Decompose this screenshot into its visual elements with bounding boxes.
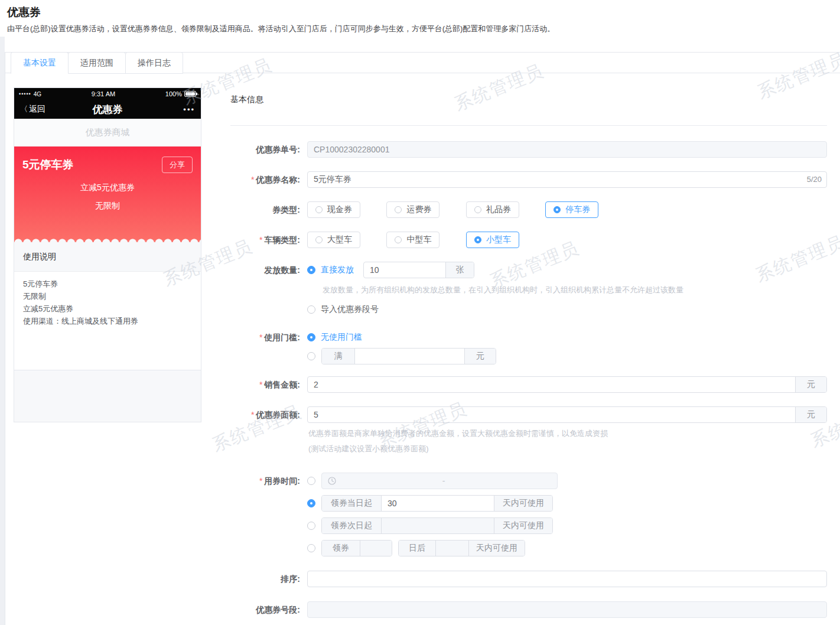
tab-bar: 基本设置 适用范围 操作日志 [5,52,840,73]
no-threshold-radio[interactable]: 无使用门槛 [307,331,827,343]
back-label: 返回 [29,104,45,113]
sale-amount-input[interactable] [308,377,795,392]
back-button: 〈返回 [20,104,57,115]
phone-nav-title: 优惠券 [57,103,158,116]
required-star: * [251,410,254,419]
day-of-days-input[interactable] [382,496,494,511]
coupon-number-label: 优惠券单号: [230,141,307,158]
phone-preview: ••••• 4G 9:31 AM 100% 〈返回 优惠券 ••• 优惠券商城 … [14,87,201,422]
custom-time-radio[interactable] [307,544,315,552]
vehicle-type-label: *车辆类型: [230,232,307,248]
next-day-suffix: 天内可使用 [494,518,552,533]
coupon-type-option-gift[interactable]: 礼品券 [466,201,519,218]
custom-after-label: 日后 [399,541,435,556]
back-arrow-icon: 〈 [20,105,28,113]
required-star: * [251,175,254,184]
signal-dots-icon: ••••• [19,91,31,97]
import-segment-radio[interactable]: 导入优惠券段号 [307,304,827,315]
more-icon: ••• [158,105,195,114]
usage-line: 立减5元优惠券 [23,302,192,315]
next-day-prefix: 领券次日起 [322,518,381,533]
coupon-name-label: *优惠券名称: [230,171,307,188]
face-value-hint: 优惠券面额是商家单独给消费者的优惠金额，设置大额优惠金额时需谨慎，以免造成资损 [308,429,827,438]
usage-line: 无限制 [23,290,192,302]
coupon-type-option-cash[interactable]: 现金券 [307,201,360,218]
radio-icon [395,206,402,213]
required-star: * [259,476,262,486]
issue-quantity-label: 发放数量: [230,262,307,278]
required-star: * [259,333,262,342]
issue-quantity-input[interactable] [364,262,445,278]
next-day-radio[interactable] [307,522,315,530]
vehicle-type-option-medium[interactable]: 中型车 [386,232,439,248]
row-coupon-segment: 优惠券号段: [230,601,827,618]
required-star: * [259,380,262,389]
use-time-label: *用券时间: [230,473,307,489]
sort-input[interactable] [307,571,827,587]
custom-prefix: 领券 [322,541,360,556]
custom-days-input [436,541,468,556]
custom-suffix: 天内可使用 [468,541,525,556]
coupon-type-option-parking[interactable]: 停车券 [545,201,598,218]
day-of-prefix: 领券当日起 [322,496,381,511]
page-header: 优惠券 由平台(总部)设置优惠券活动，设置优惠券券信息、领券限制及适用商品。将活… [0,0,840,34]
row-usage-threshold: *使用门槛: 无使用门槛 满 元 [230,329,827,364]
use-time-option-next-day: 领券次日起 天内可使用 [307,517,827,534]
direct-issue-radio[interactable]: 直接发放 [307,262,354,278]
page-left-gutter [0,37,5,625]
status-time: 9:31 AM [41,90,165,97]
day-of-suffix: 天内可使用 [494,496,552,511]
tab-operation-log[interactable]: 操作日志 [125,52,183,74]
date-range-radio[interactable] [307,477,315,485]
min-amount-input[interactable] [355,349,464,364]
yuan-suffix: 元 [795,377,826,392]
min-amount-radio[interactable] [307,352,315,360]
radio-icon [307,266,315,274]
yuan-suffix: 元 [795,407,826,422]
share-button: 分享 [162,157,193,173]
row-face-value: *优惠券面额: 元 优惠券面额是商家单独给消费者的优惠金额，设置大额优惠金额时需… [230,406,827,453]
issue-quantity-hint: 发放数量，为所有组织机构的发放总数量，在引入到组织机构时，引入组织机构累计总量不… [323,285,827,294]
coupon-card-title: 5元停车券 [22,157,74,172]
sale-amount-label: *销售金额: [230,376,307,393]
phone-footer-block [14,370,201,422]
page-title: 优惠券 [7,5,833,19]
radio-icon [307,305,315,314]
usage-line: 5元停车券 [23,278,192,290]
date-range-picker: - [321,473,558,489]
main-card: 基本设置 适用范围 操作日志 ••••• 4G 9:31 AM 100% 〈返回… [5,52,840,625]
range-separator: - [336,476,551,486]
basic-info-form: 基本信息 优惠券单号: *优惠券名称: 5/20 [230,87,827,625]
row-sort: 排序: [230,571,827,587]
battery-icon [184,91,196,97]
coupon-segment-label: 优惠券号段: [230,601,307,618]
usage-instructions-title: 使用说明 [14,242,201,272]
use-time-option-day-of: 领券当日起 天内可使用 [307,495,827,512]
radio-icon [315,206,323,213]
scallop-edge [14,236,201,242]
use-time-option-custom: 领券 日后 天内可使用 [307,540,827,556]
coupon-card-limit: 无限制 [14,201,201,211]
sort-label: 排序: [230,571,307,587]
day-of-radio[interactable] [307,499,315,507]
row-issue-quantity: 发放数量: 直接发放 张 发放数量，为所有组织机构的发放总数量，在引入到组织机构… [230,262,827,315]
phone-nav-bar: 〈返回 优惠券 ••• [14,100,201,119]
tab-apply-scope[interactable]: 适用范围 [68,52,126,74]
yuan-suffix: 元 [464,349,496,364]
required-star: * [259,235,262,245]
face-value-input[interactable] [308,407,795,422]
tab-basic-settings[interactable]: 基本设置 [11,52,69,74]
vehicle-type-option-large[interactable]: 大型车 [307,232,360,248]
form-section-title: 基本信息 [230,95,827,105]
coupon-segment-input [307,601,827,618]
face-value-label: *优惠券面额: [230,406,307,423]
coupon-type-option-freight[interactable]: 运费券 [386,201,439,218]
phone-status-bar: ••••• 4G 9:31 AM 100% [14,88,201,100]
row-vehicle-type: *车辆类型: 大型车 中型车 小型车 [230,232,827,248]
radio-icon [307,333,315,341]
vehicle-type-option-small[interactable]: 小型车 [466,232,519,248]
row-sale-amount: *销售金额: 元 [230,376,827,393]
char-counter: 5/20 [807,171,822,188]
coupon-name-input[interactable] [307,171,827,188]
coupon-mall-banner: 优惠券商城 [14,119,201,147]
